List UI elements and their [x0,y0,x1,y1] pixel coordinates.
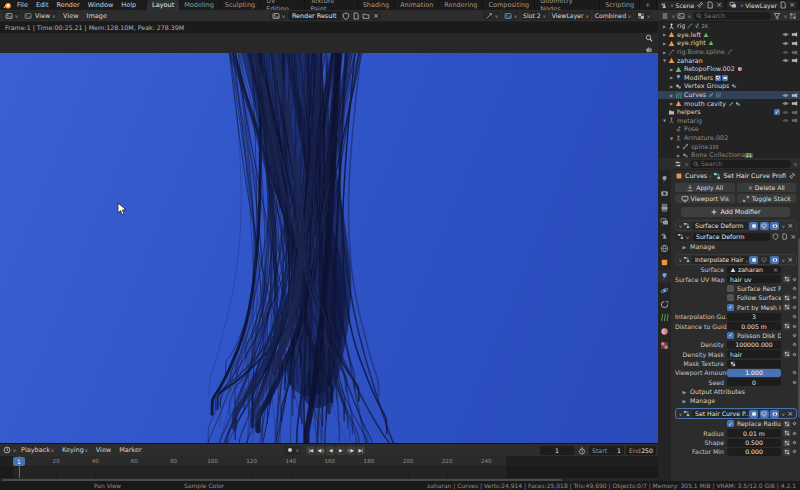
outliner-row-armature-002[interactable]: ▼Armature.002 [658,134,800,143]
outliner-row-pose[interactable]: Pose [658,125,800,134]
input-attribute-toggle[interactable] [783,303,792,311]
disclosure-arrow[interactable]: ▶ [661,41,668,46]
new-viewlayer-icon[interactable] [779,1,787,9]
animate-decorator[interactable] [792,277,796,281]
disclosure-arrow[interactable]: ▶ [675,153,682,158]
realtime-toggle[interactable] [760,410,769,418]
animate-decorator[interactable] [792,422,796,426]
end-frame-field[interactable]: End250 [626,446,656,455]
render-checkbox[interactable]: ✓ [774,109,780,115]
eye-visibility-icon[interactable] [782,49,789,56]
input-attribute-toggle[interactable] [783,350,792,358]
tab-layout[interactable]: Layout [147,0,179,10]
property-value-field[interactable]: 0.01 m [727,429,781,437]
blender-logo-icon[interactable] [3,1,12,10]
node-group-name-field[interactable]: Surface Deform [693,233,770,241]
outliner-display-mode-icon[interactable] [677,12,685,20]
close-modifier-button[interactable]: × [786,410,794,418]
tab-texture-paint[interactable]: Texture Paint [305,0,357,10]
viewlayer-selector[interactable]: v ViewLayer × [727,1,797,9]
page-icon[interactable] [781,233,788,240]
fake-user-button[interactable] [342,11,351,20]
clear-field-button[interactable]: × [773,266,778,273]
tab-geometry-nodes[interactable]: Geometry Nodes [535,0,600,10]
disclosure-arrow[interactable]: ▶ [661,32,668,37]
modifier-header-set-hair-curve-p-[interactable]: vSet Hair Curve P...v× [675,408,797,419]
properties-tab-scene[interactable] [658,228,671,242]
input-attribute-toggle[interactable] [783,275,792,283]
menu-help[interactable]: Help [117,0,140,10]
camera-visibility-icon[interactable] [791,92,798,99]
camera-visibility-icon[interactable] [791,57,798,64]
pass-dropdown[interactable]: Combinedv [593,11,633,20]
eye-visibility-icon[interactable] [782,100,789,107]
menu-render[interactable]: Render [52,0,83,10]
outliner-row-eye-right[interactable]: ▶eye.right [658,39,800,48]
properties-tab-world[interactable] [658,242,671,256]
disclosure-arrow[interactable]: ▶ [668,75,675,80]
unlink-node-group-button[interactable]: × [790,233,796,241]
gizmos-dropdown[interactable]: v [483,11,500,20]
editmode-toggle[interactable] [749,222,758,230]
checkbox[interactable]: ✓ [727,332,734,339]
outliner-row-curves[interactable]: ▶Curves [658,91,800,100]
editor-type-dropdown[interactable]: v [3,11,20,20]
checkbox[interactable]: ✓ [727,420,734,427]
property-value-field[interactable]: 3 [727,313,781,321]
close-modifier-button[interactable]: × [786,256,794,264]
camera-visibility-icon[interactable] [791,31,798,38]
property-value-field[interactable]: 0.000 [727,448,781,456]
animate-decorator[interactable] [792,305,796,309]
render-toggle[interactable] [770,410,779,418]
outliner-row-rig-bone-spline[interactable]: ▶rig.Bone.spline [658,48,800,57]
modifier-name-field[interactable]: Set Hair Curve P... [692,410,748,418]
disclosure-arrow[interactable]: ▶ [668,84,675,89]
disclosure-arrow[interactable]: ▼ [661,118,668,123]
current-frame-field[interactable]: 1 [540,446,574,455]
jump-to-start-button[interactable]: |◀ [306,446,315,455]
timeline-menu-keying[interactable]: Keyingv [58,445,92,455]
checkbox[interactable]: ✓ [727,304,734,311]
checkbox[interactable] [727,294,734,301]
next-keyframe-button[interactable]: ◇▶ [346,446,355,455]
property-value-field[interactable]: hair uv [727,275,781,283]
subpanel-manage[interactable]: ▶Manage [675,396,797,405]
breadcrumb-modifier[interactable]: Set Hair Curve Profile [723,172,786,180]
properties-tab-constraints[interactable] [658,297,671,311]
collapse-chevron[interactable]: v [679,223,682,229]
property-value-field[interactable]: 0.005 m [727,322,781,330]
properties-search[interactable] [690,160,791,168]
pin-icon[interactable] [788,172,796,180]
tab--[interactable]: + [640,0,656,10]
tab-compositing[interactable]: Compositing [483,0,535,10]
animate-decorator[interactable] [792,333,796,337]
timeline-track[interactable] [0,467,658,478]
outliner-row-rig[interactable]: ▶rig2K [658,22,800,31]
eye-visibility-icon[interactable] [782,31,789,38]
properties-tab-object-data[interactable] [658,311,671,325]
image-datablock-dropdown[interactable]: v [270,11,287,20]
animate-decorator[interactable] [792,440,796,444]
layer-dropdown[interactable]: ViewLayerv [550,11,591,20]
pin-icon[interactable] [696,1,704,9]
properties-tab-view-layer[interactable] [658,214,671,228]
modifier-header-interpolate-hair-[interactable]: vInterpolate Hair ...v× [675,254,797,265]
overlays-dropdown[interactable]: v [502,11,519,20]
outliner-row-mouth-cavity[interactable]: ▶mouth cavity [658,99,800,108]
animate-decorator[interactable] [792,352,796,356]
property-value-field[interactable]: 0.500 [727,439,781,447]
animate-decorator[interactable] [792,380,796,384]
outliner-search[interactable] [693,12,771,20]
outliner-options-icon[interactable] [789,12,797,20]
playhead-handle[interactable]: 1 [13,457,25,466]
shield-icon[interactable] [772,233,779,240]
outliner-row-spine[interactable]: ▶spine235 [658,142,800,151]
animate-decorator[interactable] [792,296,796,300]
collapse-chevron[interactable]: v [679,257,682,263]
slot-dropdown[interactable]: Slot 2v [521,11,548,20]
properties-tab-material[interactable] [658,325,671,339]
stopwatch-icon[interactable] [578,447,586,455]
editmode-toggle[interactable] [749,256,758,264]
input-attribute-toggle[interactable] [783,322,792,330]
input-attribute-toggle[interactable] [783,439,792,447]
